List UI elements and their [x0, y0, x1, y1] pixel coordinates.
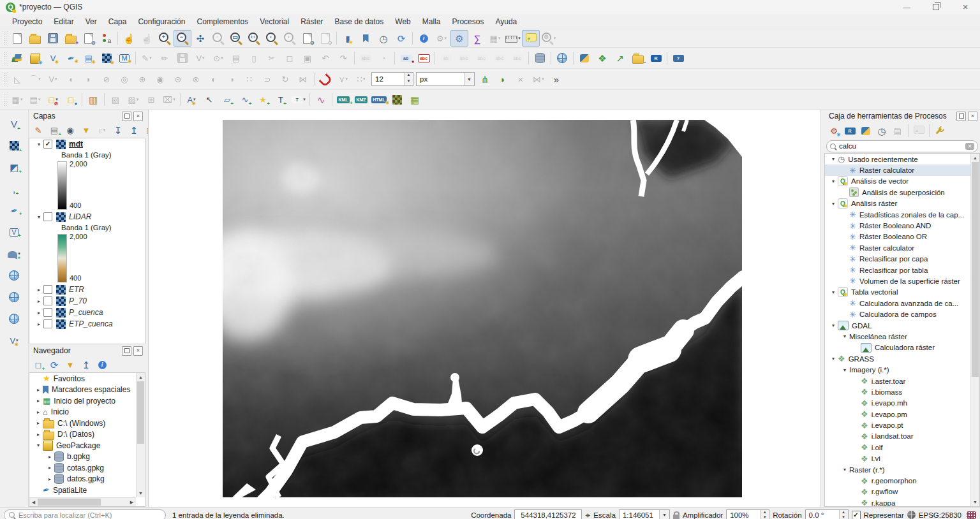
add-raster-layer-button[interactable]: + — [4, 136, 24, 154]
browser-item-geopackage[interactable]: ▾GeoPackage — [29, 440, 136, 451]
toolbox-vertical-scrollbar[interactable]: ▲ ▼ — [970, 154, 979, 506]
text-annotation-button[interactable]: T+ — [272, 91, 290, 108]
line-annotation-button[interactable]: ∿+ — [236, 91, 254, 108]
dropdown-arrow-icon[interactable]: ▾ — [38, 97, 41, 102]
form-annotation-button[interactable]: T▾ — [290, 91, 308, 108]
expander-icon[interactable]: ▾ — [829, 179, 838, 184]
polygon-annotation-button[interactable]: ▱+ — [218, 91, 236, 108]
close-button[interactable]: ✕ — [951, 0, 980, 14]
toolbox-item-i-evapo-pm[interactable]: ❖i.evapo.pm — [825, 409, 970, 420]
menu-malla[interactable]: Malla — [417, 15, 447, 28]
filter-browser-button[interactable]: ▼ — [63, 358, 78, 372]
marker-annotation-button[interactable]: ★+ — [254, 91, 272, 108]
lock-scale-icon[interactable] — [673, 515, 679, 519]
expander-icon[interactable]: ▾ — [840, 333, 849, 339]
toolbar-drag-handle[interactable] — [3, 32, 6, 45]
scale-combobox[interactable]: 1:146051 ▼ — [619, 509, 670, 519]
dropdown-arrow-icon[interactable]: ▾ — [221, 55, 223, 61]
clear-search-button[interactable]: ✕ — [965, 143, 974, 150]
spin-arrows[interactable]: ▲▼ — [404, 73, 413, 85]
layer-visibility-checkbox[interactable] — [43, 308, 52, 317]
save-project-button[interactable] — [44, 30, 62, 47]
open-layer-styling-panel-button[interactable]: ✎ — [31, 123, 46, 137]
restore-button[interactable] — [921, 0, 951, 14]
refresh-browser-button[interactable]: ⟳ — [47, 358, 62, 372]
new-mesh-layer-button[interactable]: M✳ — [115, 50, 133, 66]
toolbox-search-input[interactable]: calcu ✕ — [826, 140, 978, 152]
new-project-button[interactable] — [8, 30, 26, 47]
avoid-overlap-button[interactable]: ◗ — [494, 71, 512, 87]
toolbox-item-raster-calculator[interactable]: ✳Raster calculator — [825, 164, 970, 175]
toolbar-extension-button[interactable]: » — [547, 71, 565, 87]
pan-map-button[interactable]: ☝ — [120, 30, 138, 47]
browser-item-d-datos[interactable]: ▸D:\ (Datos) — [29, 429, 136, 441]
history-button-button[interactable]: ◷ — [874, 124, 889, 138]
scroll-right-arrow[interactable]: ▶ — [128, 500, 136, 505]
style-shortcuts-button[interactable] — [98, 30, 115, 47]
expander-icon[interactable]: ▸ — [34, 398, 43, 404]
toolbox-item-estad-sticas-zonales-de-la-cap[interactable]: ✳Estadísticas zonales de la cap... — [825, 209, 970, 220]
expander-icon[interactable]: ▾ — [34, 142, 43, 147]
new-spatial-bookmark-button[interactable]: ▮★ — [339, 30, 357, 47]
style-manager-button[interactable]: ✦ — [62, 30, 80, 47]
expander-icon[interactable]: ▾ — [34, 442, 43, 448]
toolbox-item-r-kappa[interactable]: ❖r.kappa — [825, 497, 970, 506]
toolbox-item-gdal[interactable]: ▾GDAL — [825, 320, 970, 331]
browser-item-inicio-del-proyecto[interactable]: ▸▦Inicio del proyecto — [29, 395, 136, 407]
expander-icon[interactable]: ▸ — [34, 310, 43, 316]
dropdown-arrow-icon[interactable]: ▾ — [20, 97, 23, 102]
add-wms-wmts-layer-button[interactable]: + — [4, 267, 24, 284]
toolbox-item-imagery-i[interactable]: ▾Imagery (i.*) — [825, 364, 970, 375]
add-delimited-text-layer-button[interactable]: ,+ — [4, 180, 24, 198]
dropdown-arrow-icon[interactable]: ▾ — [498, 36, 501, 41]
toolbox-item-r-ster-booleano-and[interactable]: ✳Ráster Booleano AND — [825, 220, 970, 231]
layers-panel-close-button[interactable]: ✕ — [133, 112, 143, 121]
dropdown-arrow-icon[interactable]: ▾ — [445, 36, 447, 41]
expander-icon[interactable]: ▸ — [45, 465, 54, 471]
browser-vertical-scrollbar[interactable]: ▲ ▼ — [136, 373, 145, 497]
browser-item-marcadores-espaciales[interactable]: ▸Marcadores espaciales — [29, 384, 136, 396]
add-selected-layers-button[interactable]: ◻+ — [31, 358, 46, 372]
open-project-button[interactable] — [26, 30, 44, 47]
toolbox-item-calculadora-r-ster[interactable]: Calculadora ráster — [825, 342, 970, 353]
new-geopackage-layer-button[interactable]: ✳ — [26, 50, 44, 66]
new-shapefile-layer-button[interactable]: V✳ — [44, 50, 62, 66]
chevron-down-icon[interactable]: ▼ — [659, 510, 669, 519]
browser-item-b-gpkg[interactable]: ▸b.gpkg — [29, 451, 136, 463]
snapping-units-combobox[interactable]: px▼ — [416, 72, 475, 86]
toolbox-item-calculadora-avanzada-de-ca[interactable]: ✳Calculadora avanzada de ca... — [825, 298, 970, 309]
toolbox-item-raster-calculator[interactable]: ✳Raster calculator — [825, 242, 970, 253]
toolbox-item-usado-recientemente[interactable]: ▾◷Usado recientemente — [825, 154, 970, 164]
toolbox-item-i-landsat-toar[interactable]: ❖i.landsat.toar — [825, 431, 970, 442]
zoom-to-layer-button[interactable]: ▭ — [227, 30, 245, 47]
layer-visibility-checkbox[interactable] — [43, 319, 52, 328]
temporal-controller-button[interactable]: ◷ — [375, 30, 392, 47]
menu-ver[interactable]: Ver — [80, 15, 103, 28]
layer-visibility-checkbox[interactable] — [43, 296, 52, 305]
snapping-toggle-button[interactable] — [316, 71, 334, 87]
layer-item-p-cuenca[interactable]: ▸P_cuenca — [29, 307, 145, 318]
options-button-button[interactable] — [932, 124, 947, 138]
browser-item-cotas-gpkg[interactable]: ▸cotas.gpkg — [29, 462, 136, 474]
layer-item-p-70[interactable]: ▸P_70 — [29, 295, 145, 307]
add-vector-layer-button[interactable]: V+ — [4, 115, 24, 133]
locator-search-input[interactable]: Escriba para localizar (Ctrl+K) — [4, 509, 166, 519]
layers-panel-float-button[interactable] — [122, 112, 131, 121]
expander-icon[interactable]: ▾ — [840, 367, 849, 373]
zoom-in-button[interactable]: + — [156, 30, 174, 47]
chevron-down-icon[interactable]: ▼ — [464, 73, 474, 85]
expander-icon[interactable]: ▸ — [34, 287, 43, 293]
toolbox-item-raster-r[interactable]: ▾Raster (r.*) — [825, 464, 970, 475]
toolbox-item-i-evapo-pt[interactable]: ❖i.evapo.pt — [825, 420, 970, 430]
project-properties-button[interactable]: ⚙ — [80, 30, 98, 47]
expander-icon[interactable]: ▸ — [34, 420, 43, 426]
messages-log-icon[interactable] — [967, 511, 976, 519]
mouse-tracking-icon[interactable]: ⌖ — [585, 511, 590, 519]
expander-icon[interactable]: ▸ — [34, 409, 43, 415]
layer-visibility-checkbox[interactable] — [43, 285, 52, 294]
toolbox-item-i-biomass[interactable]: ❖i.biomass — [825, 386, 970, 397]
toolbox-item-reclasificar-por-capa[interactable]: ✳Reclasificar por capa — [825, 254, 970, 265]
python-console-button[interactable] — [575, 50, 593, 66]
data-source-manager-button[interactable] — [8, 50, 26, 66]
expander-icon[interactable]: ▸ — [34, 321, 43, 327]
